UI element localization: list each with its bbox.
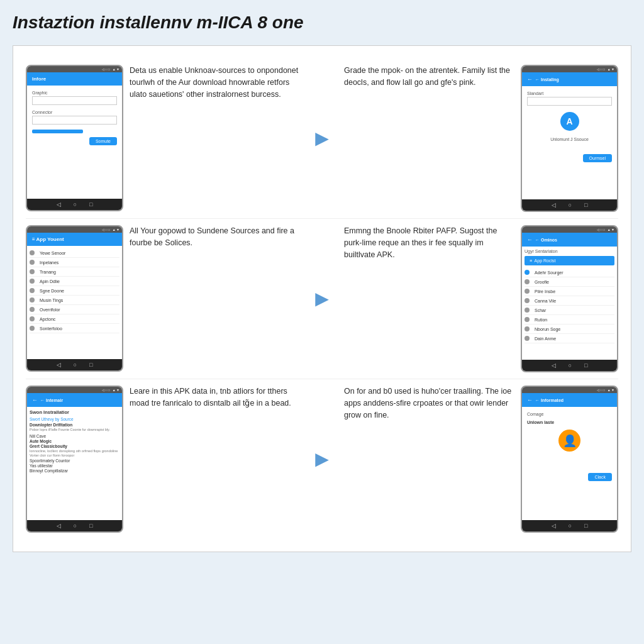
phone-body-1: Graphic Connector Somute bbox=[27, 86, 122, 199]
phone-btn-6[interactable]: Clack bbox=[588, 473, 612, 481]
phone-body-4: Ugyr Sentarlaton ≡ App Roclst Adehr Sour… bbox=[522, 247, 617, 360]
phone-body-3: Yewe Senoor Inpelanes Tranang Apin Ddlie… bbox=[27, 246, 122, 359]
nav-bar-6: ◁ ○ □ bbox=[522, 520, 617, 531]
phone-btn-2[interactable]: Ourmsel bbox=[583, 154, 612, 162]
recents-icon-5: □ bbox=[89, 523, 92, 529]
nav-bar-2: ◁ ○ □ bbox=[522, 199, 617, 211]
phone-mockup-3: ◁ ○ □ ▲ ▼ ≡ App Youent Yewe Senoor Inpel… bbox=[26, 225, 123, 372]
status-bar-1: ◁ ○ □ ▲ ▼ bbox=[27, 66, 122, 72]
drawer-item-3: Tranang bbox=[30, 267, 119, 277]
drawer-item-r3: Pilre Insbe bbox=[525, 287, 614, 296]
recents-icon-2: □ bbox=[584, 202, 587, 208]
desc-1-left: Deta us enable Unknoav-sources to onpond… bbox=[130, 65, 300, 100]
drawer-item-r1: Adehr Sourger bbox=[525, 268, 614, 277]
home-icon-6: ○ bbox=[569, 523, 572, 529]
back-icon-6: ◁ bbox=[552, 523, 556, 529]
phone-mockup-4: ◁ ○ □ ▲ ▼ ← ← Ominos Ugyr Sentarlaton ≡ … bbox=[521, 225, 618, 372]
phone-header-6: ← ← Informated bbox=[522, 393, 617, 407]
phone-input-2: Connector bbox=[32, 110, 117, 125]
right-block-2: Emmng the Bnoole Rbiter PAFP. Sugost the… bbox=[344, 225, 618, 372]
arrow-2: ► bbox=[306, 286, 338, 312]
section-row-1: ◁ ○ □ ▲ ▼ Infore Graphic Connector So bbox=[26, 58, 618, 219]
nav-bar-1: ◁ ○ □ bbox=[27, 199, 122, 210]
phone-header-4: ← ← Ominos bbox=[522, 233, 617, 247]
home-icon-4: ○ bbox=[569, 362, 572, 369]
home-icon-5: ○ bbox=[74, 523, 77, 529]
home-icon: ○ bbox=[74, 201, 77, 208]
phone-mockup-6: ◁ ○ □ ▲ ▼ ← ← Informated Comage Unlown l… bbox=[521, 386, 618, 533]
section-row-2: ◁ ○ □ ▲ ▼ ≡ App Youent Yewe Senoor Inpel… bbox=[26, 219, 618, 379]
drawer-item-8: Apctonc bbox=[30, 314, 119, 324]
drawer-item-1: Yewe Senoor bbox=[30, 248, 119, 258]
drawer-item-r2: Groofle bbox=[525, 277, 614, 287]
back-icon-3: ◁ bbox=[57, 362, 61, 368]
recents-icon-6: □ bbox=[584, 523, 587, 529]
phone-header-5: ← ← Intemair bbox=[27, 393, 122, 407]
drawer-item-6: Musin Tings bbox=[30, 296, 119, 305]
nav-bar-3: ◁ ○ □ bbox=[27, 359, 122, 370]
drawer-item-r4: Canna Vile bbox=[525, 296, 614, 306]
desc-2-right: Emmng the Bnoole Rbiter PAFP. Sugost the… bbox=[344, 225, 514, 260]
drawer-item-r6: Rution bbox=[525, 315, 614, 325]
desc-3-left: Leare in this APK data in, tnb atliors f… bbox=[130, 386, 300, 409]
phone-header-3: ≡ App Youent bbox=[27, 233, 122, 246]
drawer-item-r5: Schar bbox=[525, 306, 614, 315]
back-icon-2: ◁ bbox=[552, 202, 556, 208]
avatar-1: A bbox=[560, 112, 579, 131]
nav-bar-4: ◁ ○ □ bbox=[522, 360, 617, 371]
arrow-3: ► bbox=[306, 446, 338, 472]
recents-icon: □ bbox=[89, 201, 92, 208]
phone-body-6: Comage Unlown laste 👤 Clack bbox=[522, 407, 617, 520]
drawer-item-4: Apin Ddlie bbox=[30, 277, 119, 286]
desc-2-left: All Your gopowd to Sundene Sources and f… bbox=[130, 225, 300, 249]
phone-btn-1[interactable]: Somute bbox=[89, 137, 117, 145]
right-block-3: On for and b0 used is huho'cer traalling… bbox=[344, 386, 618, 533]
back-icon: ◁ bbox=[57, 201, 61, 208]
status-bar-3: ◁ ○ □ ▲ ▼ bbox=[27, 226, 122, 233]
phone-body-2: Slandart A Unlomunt J Ssouce Ourmsel bbox=[522, 86, 617, 199]
back-icon-4: ◁ bbox=[552, 362, 556, 369]
phone-mockup-5: ◁ ○ □ ▲ ▼ ← ← Intemair Swon Instrallatio… bbox=[26, 386, 123, 533]
left-block-2: ◁ ○ □ ▲ ▼ ≡ App Youent Yewe Senoor Inpel… bbox=[26, 225, 300, 372]
main-content: ◁ ○ □ ▲ ▼ Infore Graphic Connector So bbox=[13, 45, 631, 552]
desc-1-right: Grade the mpok- on the atrentek. Family … bbox=[344, 65, 514, 89]
drawer-item-r7: Nborun Soge bbox=[525, 325, 614, 334]
nav-bar-5: ◁ ○ □ bbox=[27, 520, 122, 531]
phone-mockup-2: ◁ ○ □ ▲ ▼ ← ← Installng Slandart A Unlom… bbox=[521, 65, 618, 212]
drawer-item-7: Overrifolor bbox=[30, 305, 119, 314]
arrow-1: ► bbox=[306, 125, 338, 152]
left-block-3: ◁ ○ □ ▲ ▼ ← ← Intemair Swon Instrallatio… bbox=[26, 386, 300, 533]
phone-body-5: Swon Instrallatior Swort Uthevy by Sourc… bbox=[27, 407, 122, 520]
status-bar-4: ◁ ○ □ ▲ ▼ bbox=[522, 226, 617, 233]
drawer-item-5: Sgne Doone bbox=[30, 286, 119, 296]
status-bar-6: ◁ ○ □ ▲ ▼ bbox=[522, 387, 617, 393]
page-title: Instaztion installennv m-IICA 8 one bbox=[13, 13, 631, 33]
desc-3-right: On for and b0 used is huho'cer traalling… bbox=[344, 386, 514, 421]
home-icon-3: ○ bbox=[74, 362, 77, 368]
drawer-item-2: Inpelanes bbox=[30, 258, 119, 267]
phone-header-2: ← ← Installng bbox=[522, 72, 617, 86]
status-bar-5: ◁ ○ □ ▲ ▼ bbox=[27, 387, 122, 393]
phone-header-1: Infore bbox=[27, 72, 122, 86]
unknown-source: Unlomunt J Ssouce bbox=[527, 137, 612, 142]
avatar-2: 👤 bbox=[558, 430, 580, 452]
drawer-item-r8: Dain Anme bbox=[525, 334, 614, 343]
status-bar-2: ◁ ○ □ ▲ ▼ bbox=[522, 66, 617, 72]
phone-mockup-1: ◁ ○ □ ▲ ▼ Infore Graphic Connector So bbox=[26, 65, 123, 211]
section-row-3: ◁ ○ □ ▲ ▼ ← ← Intemair Swon Instrallatio… bbox=[26, 379, 618, 539]
left-block-1: ◁ ○ □ ▲ ▼ Infore Graphic Connector So bbox=[26, 65, 300, 211]
home-icon-2: ○ bbox=[569, 202, 572, 208]
recents-icon-3: □ bbox=[89, 362, 92, 368]
drawer-item-9: Sonterfoloo bbox=[30, 324, 119, 333]
recents-icon-4: □ bbox=[584, 362, 587, 369]
phone-input-1: Graphic bbox=[32, 91, 117, 105]
back-icon-5: ◁ bbox=[57, 523, 61, 529]
right-block-1: Grade the mpok- on the atrentek. Family … bbox=[344, 65, 618, 212]
